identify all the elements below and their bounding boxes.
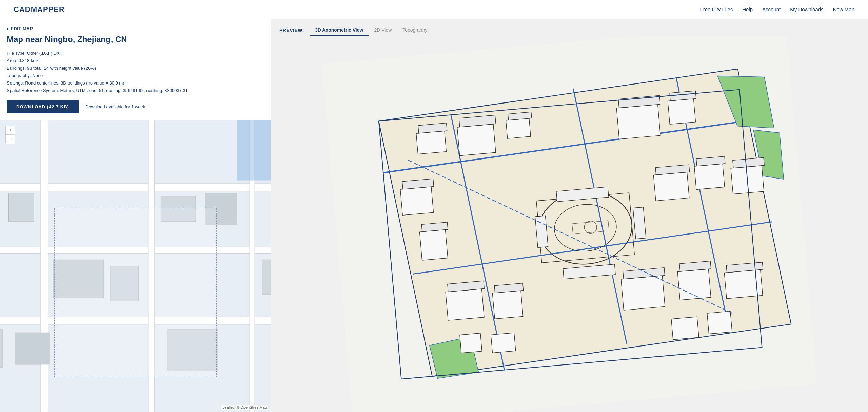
map-tiles [0,120,271,412]
nav-my-downloads[interactable]: My Downloads [790,6,823,12]
svg-rect-49 [671,317,699,339]
map-title: Map near Ningbo, Zhejiang, CN [7,35,264,44]
svg-rect-47 [460,333,482,353]
map-attribution: Leaflet | © OpenStreetMap [221,405,268,410]
logo-cad: CAD [14,5,31,14]
preview-label: PREVIEW: [279,27,304,33]
svg-rect-12 [457,124,496,156]
download-note: Download available for 1 week. [85,104,146,109]
download-button[interactable]: DOWNLOAD (42.7 KB) [7,100,79,113]
preview-area [271,36,868,412]
zoom-out-button[interactable]: − [6,135,15,144]
svg-rect-41 [621,276,665,310]
svg-rect-18 [668,99,696,124]
map-container[interactable]: + − Leaflet | © OpenStreetMap [0,120,271,412]
right-panel: PREVIEW: 3D Axonometric View 2D View Top… [271,19,868,412]
axonometric-view [278,43,861,405]
nav-free-city-files[interactable]: Free City Files [700,6,733,12]
area: Area: 0.818 km² [7,57,264,64]
map-info: ‹ EDIT MAP Map near Ningbo, Zhejiang, CN… [0,19,271,120]
map-metadata: File Type: Other (.DXF) DXF Area: 0.818 … [7,50,264,95]
preview-tabs: 3D Axonometric View 2D View Topography [310,24,433,36]
svg-rect-39 [493,291,523,319]
svg-rect-16 [617,105,661,139]
axo-svg [278,43,861,405]
svg-rect-31 [654,172,689,201]
preview-bar: PREVIEW: 3D Axonometric View 2D View Top… [271,19,868,36]
svg-rect-22 [420,230,448,260]
buildings: Buildings: 93 total, 24 with height valu… [7,64,264,72]
main-content: ‹ EDIT MAP Map near Ningbo, Zhejiang, CN… [0,19,868,412]
edit-map-link[interactable]: ‹ EDIT MAP [7,26,264,31]
svg-rect-43 [678,269,711,300]
back-chevron-icon: ‹ [7,26,8,31]
svg-rect-37 [446,289,485,320]
svg-rect-14 [506,118,531,138]
tab-topography[interactable]: Topography [397,24,433,36]
logo: CADMAPPER [14,5,65,14]
svg-rect-50 [707,311,732,334]
left-panel: ‹ EDIT MAP Map near Ningbo, Zhejiang, CN… [0,19,271,412]
download-section: DOWNLOAD (42.7 KB) Download available fo… [7,100,264,113]
tab-2d-view[interactable]: 2D View [369,24,397,36]
topography: Topography: None [7,72,264,79]
edit-map-label: EDIT MAP [11,26,33,31]
svg-rect-20 [400,187,434,215]
logo-mapper: MAPPER [31,5,65,14]
settings: Settings: Road centerlines, 3D buildings… [7,79,264,87]
zoom-controls: + − [5,126,15,144]
svg-rect-48 [491,333,516,353]
main-nav: Free City Files Help Account My Download… [700,6,854,12]
nav-new-map[interactable]: New Map [833,6,854,12]
nav-help[interactable]: Help [742,6,753,12]
spatial-ref: Spatial Reference System: Meters; UTM zo… [7,87,264,94]
file-type: File Type: Other (.DXF) DXF [7,50,264,57]
tab-3d-axonometric[interactable]: 3D Axonometric View [310,24,369,36]
header: CADMAPPER Free City Files Help Account M… [0,0,868,19]
zoom-in-button[interactable]: + [6,126,15,135]
svg-rect-33 [694,164,725,190]
svg-rect-10 [416,131,447,154]
nav-account[interactable]: Account [762,6,781,12]
